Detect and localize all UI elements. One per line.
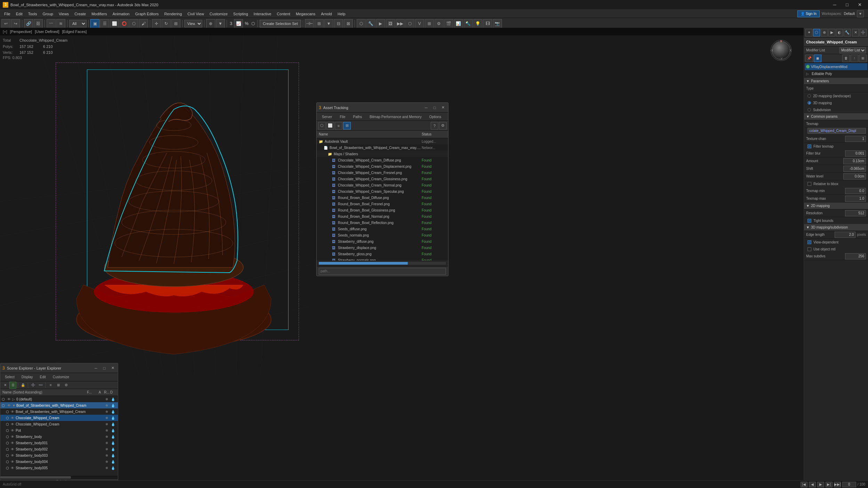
menu-civil-view[interactable]: Civil View xyxy=(185,11,206,17)
maximize-button[interactable]: □ xyxy=(842,1,853,9)
render-extra8[interactable]: 📷 xyxy=(493,19,502,28)
eye-0[interactable]: 👁 xyxy=(7,397,12,401)
asset-bowl-gloss[interactable]: 🖼 Round_Brown_Bowl_Glossiness.png Found xyxy=(317,207,448,213)
filter-blur-input[interactable] xyxy=(845,150,866,157)
explorer-list-btn[interactable]: ≡ xyxy=(47,382,54,389)
timeline-play-btn[interactable]: ▶ xyxy=(817,482,824,487)
explorer-tree[interactable]: ⬡ 👁 ▷ 0 (default) ❄ 💧 ⬡ 👁 ▼ Bowl_of_Stra… xyxy=(0,396,118,476)
bind-to-space-warp[interactable]: 〰 xyxy=(47,19,56,28)
render-extra[interactable]: ⊞ xyxy=(425,19,434,28)
timeline-end-btn[interactable]: ▶▶| xyxy=(834,482,841,487)
tight-bounds-row[interactable]: Tight bounds xyxy=(804,217,868,224)
2d-mapping-title[interactable]: ▼ 2D mapping xyxy=(804,202,868,209)
signin-button[interactable]: 👤 Sign In xyxy=(797,10,820,17)
menu-file[interactable]: File xyxy=(1,11,13,17)
asset-tool-2[interactable]: ⬜ xyxy=(326,122,334,130)
asset-tracking-minimize[interactable]: ─ xyxy=(423,105,429,111)
relative-bbox-check[interactable] xyxy=(808,182,811,186)
select-by-name[interactable]: ☰ xyxy=(100,19,109,28)
asset-seeds-diff[interactable]: 🖼 Seeds_diffuse.png Found xyxy=(317,226,448,232)
asset-bowl-refl[interactable]: 🖼 Round_Brown_Bowl_Reflection.png Found xyxy=(317,220,448,226)
type-2d-row[interactable]: 2D mapping (landscape) xyxy=(804,92,868,99)
shift-input[interactable] xyxy=(843,166,866,172)
align-dropdown[interactable]: ▼ xyxy=(324,19,333,28)
pivot-button[interactable]: ⊕ xyxy=(206,19,215,28)
render-extra5[interactable]: 🔦 xyxy=(464,19,473,28)
render-extra3[interactable]: 🎬 xyxy=(444,19,453,28)
tree-item-pot[interactable]: ⬡ 👁 Pot ❄ 💧 xyxy=(0,427,118,433)
modifier-dropdown[interactable]: Modifier List xyxy=(839,47,866,53)
eye-straw2[interactable]: 👁 xyxy=(11,441,16,445)
tree-item-bowl-obj[interactable]: ⬡ 👁 Bowl_of_Strawberries_with_Whipped_Cr… xyxy=(0,408,118,415)
view-dependent-row[interactable]: View-dependent xyxy=(804,239,868,246)
menu-rendering[interactable]: Rendering xyxy=(162,11,185,17)
explorer-collapse-btn[interactable]: ➖ xyxy=(37,382,44,389)
eye-straw6[interactable]: 👁 xyxy=(11,466,16,470)
timeline-prev-btn[interactable]: ◀ xyxy=(809,482,816,487)
tree-item-straw6[interactable]: ⬡ 👁 Strawberry_body005 ❄ 💧 xyxy=(0,465,118,471)
tight-bounds-check[interactable] xyxy=(808,219,811,223)
menu-modifiers[interactable]: Modifiers xyxy=(89,11,110,17)
menu-content[interactable]: Content xyxy=(274,11,293,17)
type-3d-radio[interactable] xyxy=(808,101,811,105)
asset-tool-4[interactable]: ⊞ xyxy=(343,122,351,130)
material-editor[interactable]: ⬡ xyxy=(357,19,366,28)
tree-item-choc1[interactable]: ⬡ 👁 Chocolate_Whipped_Cream ❄ 💧 xyxy=(0,415,118,421)
edge-length-input[interactable] xyxy=(835,232,855,238)
spacing-button[interactable]: ⊟ xyxy=(334,19,343,28)
minimize-button[interactable]: ─ xyxy=(829,1,840,9)
workspace-dropdown[interactable]: ▼ xyxy=(857,10,864,17)
expand-0[interactable]: ▷ xyxy=(12,397,16,401)
eye-straw5[interactable]: 👁 xyxy=(11,460,16,464)
render-extra2[interactable]: ⚙ xyxy=(435,19,444,28)
quick-render[interactable]: ▶ xyxy=(376,19,385,28)
select-move[interactable]: ✛ xyxy=(152,19,161,28)
asset-maps-folder[interactable]: 📁 Maps / Shaders xyxy=(317,151,448,157)
utilities-panel-btn[interactable]: 🔧 xyxy=(844,29,851,36)
clone-align[interactable]: ⊠ xyxy=(344,19,353,28)
view-mode-select[interactable]: View xyxy=(184,20,202,27)
align-button[interactable]: ⊞ xyxy=(315,19,324,28)
asset-straw-diff[interactable]: 🖼 Strawberry_diffuse.png Found xyxy=(317,238,448,245)
asset-straw-gloss[interactable]: 🖼 Strawberry_gloss.png Found xyxy=(317,251,448,257)
use-object-mtl-check[interactable] xyxy=(808,247,811,251)
asset-help-btn[interactable]: ? xyxy=(431,122,438,130)
asset-bowl-max[interactable]: 📄 Bowl_of_Strawberries_with_Whipped_Crea… xyxy=(317,144,448,151)
menu-help[interactable]: Help xyxy=(335,11,348,17)
3d-mapping-title[interactable]: ▼ 3D mapping/subdivision xyxy=(804,224,868,231)
select-scale[interactable]: ⊞ xyxy=(171,19,180,28)
eye-pot[interactable]: 👁 xyxy=(11,429,16,432)
type-subdiv-radio[interactable] xyxy=(808,108,811,111)
asset-bowl-fres[interactable]: 🖼 Round_Brown_Bowl_Fresnel.png Found xyxy=(317,201,448,207)
explorer-tab-display[interactable]: Display xyxy=(18,374,36,380)
asset-settings-btn[interactable]: ⚙ xyxy=(439,122,447,130)
render-extra4[interactable]: 📊 xyxy=(454,19,463,28)
texmap-min-input[interactable] xyxy=(845,188,866,194)
mod-dup-btn[interactable]: ⊞ xyxy=(859,55,867,62)
menu-megascans[interactable]: Megascans xyxy=(293,11,318,17)
eye-bowl[interactable]: 👁 xyxy=(7,404,12,407)
asset-choc-disp[interactable]: 🖼 Chocolate_Whipped_Cream_Displacement.p… xyxy=(317,163,448,169)
render-setup[interactable]: 🔧 xyxy=(366,19,375,28)
select-object-button[interactable]: ▣ xyxy=(90,19,99,28)
menu-group[interactable]: Group xyxy=(40,11,56,17)
use-object-mtl-row[interactable]: Use object mtl xyxy=(804,246,868,253)
asset-autodesk-vault[interactable]: 📁 Autodesk Vault Logged... xyxy=(317,138,448,144)
mod-active-btn[interactable]: ◼ xyxy=(814,55,821,62)
explorer-sort-btn[interactable]: ☰ xyxy=(9,382,16,389)
render-extra7[interactable]: 🎞 xyxy=(483,19,492,28)
render-btn-2[interactable]: ⬡ xyxy=(405,19,414,28)
eye-straw1[interactable]: 👁 xyxy=(11,435,16,439)
amount-input[interactable] xyxy=(843,158,866,164)
tree-item-bowl-set[interactable]: ⬡ 👁 ▼ Bowl_of_Strawberries_with_Whipped_… xyxy=(0,402,118,408)
redo-button[interactable]: ↪ xyxy=(11,19,20,28)
explorer-scrollbar[interactable] xyxy=(0,476,118,479)
menu-interactive[interactable]: Interactive xyxy=(251,11,274,17)
asset-choc-fres[interactable]: 🖼 Chocolate_Whipped_Cream_Fresnel.png Fo… xyxy=(317,169,448,176)
asset-tracking-expand[interactable]: □ xyxy=(431,105,438,111)
common-params-title[interactable]: ▼ Common params xyxy=(804,113,868,120)
type-subdiv-row[interactable]: Subdivision xyxy=(804,106,868,113)
menu-edit[interactable]: Edit xyxy=(13,11,25,17)
mod-trash-btn[interactable]: 🗑 xyxy=(842,55,850,62)
scrollbar-thumb[interactable] xyxy=(0,476,71,479)
